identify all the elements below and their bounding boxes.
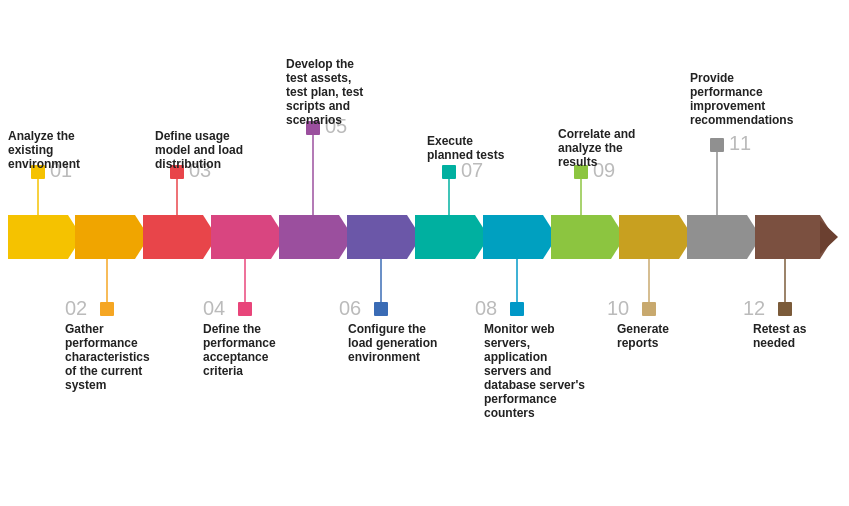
label-08d: servers and bbox=[484, 364, 551, 378]
label-05d: scripts and bbox=[286, 99, 350, 113]
label-04b: performance bbox=[203, 336, 276, 350]
label-04c: acceptance bbox=[203, 350, 269, 364]
label-10a: Generate bbox=[617, 322, 669, 336]
arrow-1 bbox=[8, 215, 82, 259]
label-04a: Define the bbox=[203, 322, 261, 336]
main-diagram: 01 Analyze the existing environment 03 D… bbox=[0, 0, 849, 506]
arrow-6 bbox=[347, 215, 421, 259]
arrow-8 bbox=[483, 215, 557, 259]
label-05a: Develop the bbox=[286, 57, 354, 71]
label-08f: performance bbox=[484, 392, 557, 406]
label-01: Analyze the bbox=[8, 129, 75, 143]
label-08e: database server's bbox=[484, 378, 585, 392]
label-08a: Monitor web bbox=[484, 322, 555, 336]
label-02e: system bbox=[65, 378, 106, 392]
arrow-4 bbox=[211, 215, 285, 259]
dot-08 bbox=[510, 302, 524, 316]
label-09b: analyze the bbox=[558, 141, 623, 155]
num-12: 12 bbox=[743, 297, 765, 319]
num-04: 04 bbox=[203, 297, 225, 319]
label-09a: Correlate and bbox=[558, 127, 635, 141]
dot-04 bbox=[238, 302, 252, 316]
label-09c: results bbox=[558, 155, 598, 169]
label-11b: performance bbox=[690, 85, 763, 99]
arrow-5 bbox=[279, 215, 353, 259]
label-04d: criteria bbox=[203, 364, 243, 378]
arrow-10 bbox=[619, 215, 693, 259]
num-08: 08 bbox=[475, 297, 497, 319]
label-06c: environment bbox=[348, 350, 420, 364]
dot-07 bbox=[442, 165, 456, 179]
label-11a: Provide bbox=[690, 71, 734, 85]
label-08g: counters bbox=[484, 406, 535, 420]
label-11d: recommendations bbox=[690, 113, 794, 127]
num-11: 11 bbox=[729, 132, 751, 154]
dot-10 bbox=[642, 302, 656, 316]
label-05c: test plan, test bbox=[286, 85, 363, 99]
label-11c: improvement bbox=[690, 99, 765, 113]
num-02: 02 bbox=[65, 297, 87, 319]
num-07: 07 bbox=[461, 159, 483, 181]
arrow-9 bbox=[551, 215, 625, 259]
arrow-2 bbox=[75, 215, 149, 259]
label-06b: load generation bbox=[348, 336, 437, 350]
label-08b: servers, bbox=[484, 336, 530, 350]
label-02b: performance bbox=[65, 336, 138, 350]
label-02a: Gather bbox=[65, 322, 104, 336]
label-07b: planned tests bbox=[427, 148, 505, 162]
label-05b: test assets, bbox=[286, 71, 351, 85]
label-03b: model and load bbox=[155, 143, 243, 157]
label-10b: reports bbox=[617, 336, 659, 350]
dot-11 bbox=[710, 138, 724, 152]
label-02c: characteristics bbox=[65, 350, 150, 364]
label-03c: distribution bbox=[155, 157, 221, 171]
label-08c: application bbox=[484, 350, 547, 364]
label-02d: of the current bbox=[65, 364, 142, 378]
label-01b: existing bbox=[8, 143, 53, 157]
num-10: 10 bbox=[607, 297, 629, 319]
diagram-container: 01 Analyze the existing environment 03 D… bbox=[0, 0, 849, 506]
label-01c: environment bbox=[8, 157, 80, 171]
label-05e: scenarios bbox=[286, 113, 342, 127]
arrow-7 bbox=[415, 215, 489, 259]
dot-02 bbox=[100, 302, 114, 316]
label-12a: Retest as bbox=[753, 322, 807, 336]
dot-06 bbox=[374, 302, 388, 316]
label-03a: Define usage bbox=[155, 129, 230, 143]
label-07a: Execute bbox=[427, 134, 473, 148]
label-06a: Configure the bbox=[348, 322, 426, 336]
dot-12 bbox=[778, 302, 792, 316]
arrow-tip bbox=[820, 220, 838, 254]
arrow-3 bbox=[143, 215, 217, 259]
label-12b: needed bbox=[753, 336, 795, 350]
num-06: 06 bbox=[339, 297, 361, 319]
arrow-11 bbox=[687, 215, 761, 259]
